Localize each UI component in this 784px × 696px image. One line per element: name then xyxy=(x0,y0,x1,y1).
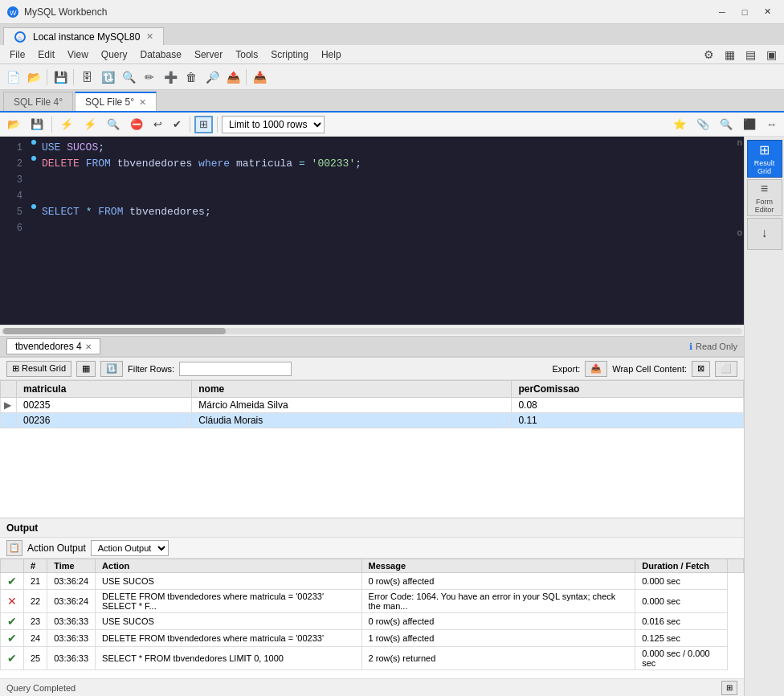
db-connect-btn[interactable]: 🗄 xyxy=(77,68,96,87)
editor-results-area: 1 USE SUCOS; 2 DELETE FROM tbvendedores xyxy=(0,137,784,696)
new-file-btn[interactable]: 📄 xyxy=(3,68,22,87)
code-editor[interactable]: 1 USE SUCOS; 2 DELETE FROM tbvendedores xyxy=(0,137,744,325)
duration-1: 0.000 sec xyxy=(635,590,728,613)
col-matricula-header[interactable]: matricula xyxy=(17,381,192,398)
sidebar-scroll-down-btn[interactable]: ↓ xyxy=(747,218,782,250)
minimize-button[interactable]: ─ xyxy=(712,4,733,20)
execute-selected-btn[interactable]: ⚡ xyxy=(80,116,100,133)
menu-tools[interactable]: Tools xyxy=(229,47,264,62)
output-col-message[interactable]: Message xyxy=(361,559,635,573)
table-row[interactable]: 00236 Cláudia Morais 0.11 xyxy=(1,413,744,428)
db-refresh-btn[interactable]: 🔃 xyxy=(98,68,117,87)
num-3: 24 xyxy=(24,630,47,647)
open-file-btn[interactable]: 📂 xyxy=(24,68,43,87)
editor-hscroll[interactable] xyxy=(0,325,744,336)
db-search-btn[interactable]: 🔎 xyxy=(202,68,222,87)
wrap-btn[interactable]: ⊠ xyxy=(692,361,710,377)
filter-rows-input[interactable] xyxy=(179,362,292,376)
sidebar-form-editor-btn[interactable]: ≡ Form Editor xyxy=(747,179,782,216)
toggle-output-btn[interactable]: ⊞ xyxy=(194,116,213,133)
layout-icon1[interactable]: ▦ xyxy=(720,45,739,64)
output-table-wrap[interactable]: # Time Action Message Duration / Fetch xyxy=(0,559,744,678)
table-row[interactable]: ▶ 00235 Márcio Almeida Silva 0.08 xyxy=(1,398,744,413)
maximize-button[interactable]: □ xyxy=(734,4,755,20)
hscroll-track[interactable] xyxy=(2,328,742,334)
result-grid-btn[interactable]: ⊞ Result Grid xyxy=(6,361,71,377)
sql-sep-3 xyxy=(217,117,218,133)
line-content-2: DELETE FROM tbvendedores where matricula… xyxy=(39,156,744,172)
export-btn[interactable]: 📤 xyxy=(585,361,607,377)
menu-scripting[interactable]: Scripting xyxy=(264,47,315,62)
col-percomissao-header[interactable]: perComissao xyxy=(512,381,744,398)
status-copy-btn[interactable]: ⊞ xyxy=(721,681,737,695)
commit-btn[interactable]: ✔ xyxy=(169,116,186,133)
layout-icon2[interactable]: ▤ xyxy=(741,45,760,64)
hscroll-thumb[interactable] xyxy=(3,328,226,334)
col-nome-header[interactable]: nome xyxy=(192,381,512,398)
menu-query[interactable]: Query xyxy=(95,47,134,62)
result-table-wrap[interactable]: matricula nome perComissao ▶ 00235 Márci… xyxy=(0,380,744,518)
list-item[interactable]: ✔ 23 03:36:33 USE SUCOS 0 row(s) affecte… xyxy=(1,613,744,630)
message-4: 2 row(s) returned xyxy=(361,647,635,670)
save-sql-btn[interactable]: 💾 xyxy=(27,116,47,133)
menu-help[interactable]: Help xyxy=(315,47,348,62)
row-arrow-0: ▶ xyxy=(1,398,17,413)
menu-file[interactable]: File xyxy=(3,47,31,62)
duration-0: 0.000 sec xyxy=(635,573,728,590)
limit-rows-select[interactable]: Limit to 1000 rows No Limit Limit to 10 … xyxy=(222,116,325,133)
svg-text:W: W xyxy=(10,9,17,17)
sidebar-result-grid-btn[interactable]: ⊞ Result Grid xyxy=(747,140,782,178)
sql-tab-1[interactable]: SQL File 5° ✕ xyxy=(75,92,157,111)
open-folder-btn[interactable]: 📂 xyxy=(3,116,24,133)
save-btn[interactable]: 💾 xyxy=(51,68,70,87)
output-col-time[interactable]: Time xyxy=(47,559,96,573)
rollback-btn[interactable]: ↩ xyxy=(149,116,166,133)
menu-edit[interactable]: Edit xyxy=(31,47,61,62)
list-item[interactable]: ✕ 22 03:36:24 DELETE FROM tbvendedores w… xyxy=(1,590,744,613)
result-tab-0-close[interactable]: ✕ xyxy=(85,342,92,351)
output-col-action[interactable]: Action xyxy=(96,559,361,573)
menu-database[interactable]: Database xyxy=(134,47,188,62)
db-drop-btn[interactable]: 🗑 xyxy=(182,68,201,87)
list-item[interactable]: ✔ 21 03:36:24 USE SUCOS 0 row(s) affecte… xyxy=(1,573,744,590)
migrate-btn[interactable]: ↔ xyxy=(762,116,781,133)
connection-tab-close[interactable]: ✕ xyxy=(146,31,153,42)
menu-server[interactable]: Server xyxy=(188,47,229,62)
sql-tab-1-close[interactable]: ✕ xyxy=(139,97,146,108)
output-col-num[interactable]: # xyxy=(24,559,47,573)
db-inspect-btn[interactable]: 🔍 xyxy=(119,68,138,87)
snippet-btn[interactable]: 📎 xyxy=(692,116,713,133)
action-output-select[interactable]: Action Output Text Output xyxy=(91,540,169,556)
sql-sep-1 xyxy=(51,117,52,133)
time-4: 03:36:33 xyxy=(47,647,96,670)
field-types-btn[interactable]: ▦ xyxy=(76,361,96,377)
col-arrow-header xyxy=(1,381,17,398)
refresh-btn[interactable]: 🔃 xyxy=(100,361,123,377)
expand-btn[interactable]: ⬜ xyxy=(715,361,737,377)
db-create-btn[interactable]: ➕ xyxy=(161,68,180,87)
sql-tab-0[interactable]: SQL File 4° xyxy=(3,92,73,111)
output-col-duration[interactable]: Duration / Fetch xyxy=(635,559,728,573)
management-icon[interactable]: ⚙ xyxy=(699,45,718,64)
execute-all-btn[interactable]: ⚡ xyxy=(56,116,77,133)
db-export-btn[interactable]: 📤 xyxy=(223,68,243,87)
title-bar: W MySQL Workbench ─ □ ✕ xyxy=(0,0,784,24)
close-button[interactable]: ✕ xyxy=(757,4,778,20)
copy-output-btn[interactable]: 📋 xyxy=(6,540,22,556)
menu-view[interactable]: View xyxy=(61,47,95,62)
sql-tab-bar: SQL File 4° SQL File 5° ✕ xyxy=(0,90,784,113)
db-edit-btn[interactable]: ✏ xyxy=(140,68,159,87)
layout-icon3[interactable]: ▣ xyxy=(762,45,781,64)
stop-btn[interactable]: ⛔ xyxy=(126,116,147,133)
toggle-results-btn[interactable]: ⬛ xyxy=(739,116,760,133)
list-item[interactable]: ✔ 24 03:36:33 DELETE FROM tbvendedores w… xyxy=(1,630,744,647)
result-tab-0[interactable]: tbvendedores 4 ✕ xyxy=(6,338,100,354)
output-col-scroll xyxy=(728,559,744,573)
form-icon: ≡ xyxy=(761,182,768,196)
query-import-btn[interactable]: 📥 xyxy=(250,68,269,87)
explain-btn[interactable]: 🔍 xyxy=(103,116,124,133)
bookmark-btn[interactable]: ⭐ xyxy=(669,116,690,133)
connection-tab[interactable]: ⌂ Local instance MySQL80 ✕ xyxy=(3,27,164,45)
list-item[interactable]: ✔ 25 03:36:33 SELECT * FROM tbvendedores… xyxy=(1,647,744,670)
find-btn[interactable]: 🔍 xyxy=(716,116,737,133)
